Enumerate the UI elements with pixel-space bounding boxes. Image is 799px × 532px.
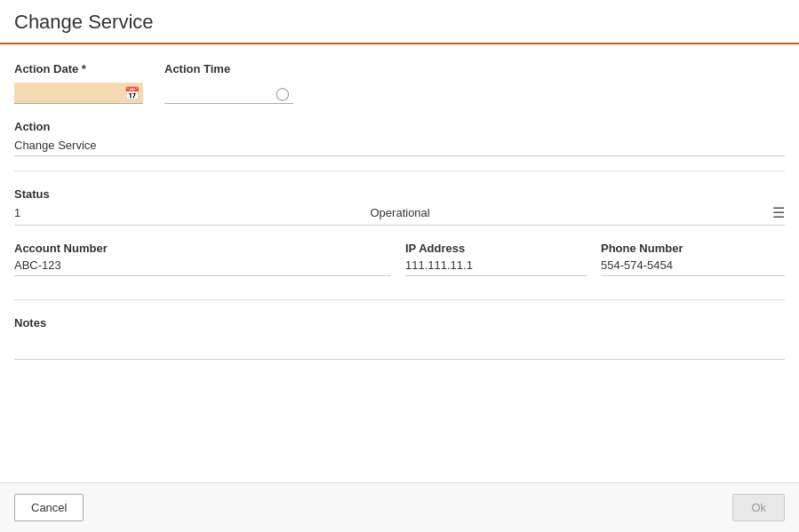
status-menu-icon[interactable]: ☰ [772, 204, 785, 221]
account-number-label: Account Number [14, 242, 391, 255]
action-value: Change Service [14, 137, 785, 156]
account-number-value: ABC-123 [14, 258, 391, 276]
account-number-group: Account Number ABC-123 [14, 242, 405, 276]
notes-input[interactable] [14, 333, 785, 360]
action-section: Action Change Service [14, 120, 785, 156]
dialog-body: Action Date * 📅 Action Time ◯ Action Cha… [0, 44, 799, 482]
ip-address-group: IP Address 111.111.11.1 [405, 242, 601, 276]
status-label: Status [14, 187, 785, 201]
status-value-wrapper: Operational [35, 206, 765, 219]
ip-address-value: 111.111.11.1 [405, 258, 587, 276]
action-date-input[interactable] [14, 83, 143, 104]
phone-number-group: Phone Number 554-574-5454 [601, 242, 785, 276]
account-info-row: Account Number ABC-123 IP Address 111.11… [14, 242, 785, 276]
notes-section: Notes [14, 316, 785, 363]
date-time-row: Action Date * 📅 Action Time ◯ [14, 62, 785, 104]
action-date-group: Action Date * 📅 [14, 62, 143, 104]
status-value: Operational [371, 206, 430, 219]
status-section: Status 1 Operational ☰ [14, 187, 785, 226]
ip-address-label: IP Address [405, 242, 587, 255]
dialog-title: Change Service [14, 11, 154, 33]
action-time-label: Action Time [164, 62, 293, 75]
phone-number-label: Phone Number [601, 242, 785, 255]
notes-label: Notes [14, 316, 785, 330]
action-date-wrapper: 📅 [14, 83, 143, 104]
status-row: 1 Operational ☰ [14, 204, 785, 226]
dialog-header: Change Service [0, 0, 799, 44]
phone-number-value: 554-574-5454 [601, 258, 785, 276]
action-label: Action [14, 120, 785, 133]
action-time-wrapper: ◯ [164, 83, 293, 104]
divider-2 [14, 299, 785, 300]
cancel-button[interactable]: Cancel [14, 494, 84, 521]
status-num: 1 [14, 206, 20, 219]
action-time-input[interactable] [164, 83, 293, 104]
dialog-footer: Cancel Ok [0, 482, 799, 532]
change-service-dialog: Change Service Action Date * 📅 Action Ti… [0, 0, 799, 532]
divider-1 [14, 171, 785, 171]
ok-button[interactable]: Ok [732, 494, 785, 521]
action-date-label: Action Date * [14, 62, 143, 75]
action-time-group: Action Time ◯ [164, 62, 293, 104]
